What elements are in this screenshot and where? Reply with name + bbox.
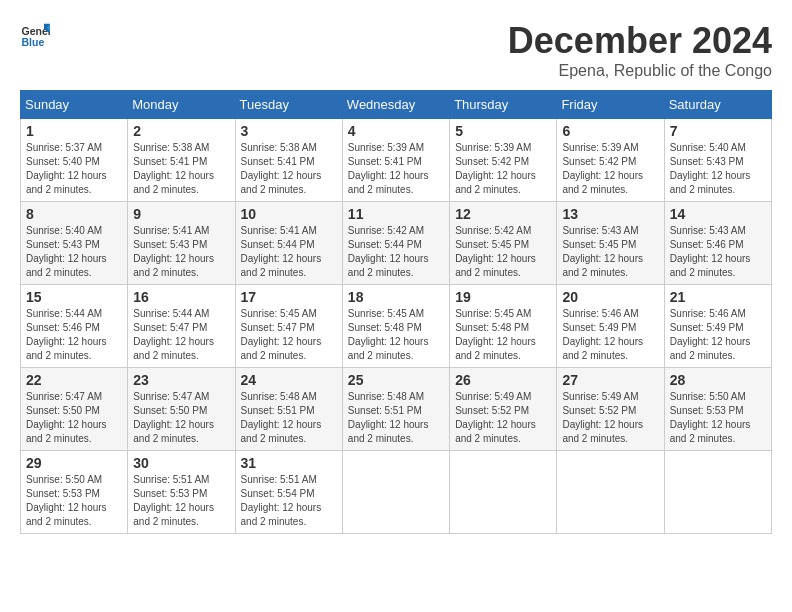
- header-day-monday: Monday: [128, 91, 235, 119]
- day-info: Sunrise: 5:50 AM Sunset: 5:53 PM Dayligh…: [670, 390, 766, 446]
- calendar-cell: 1 Sunrise: 5:37 AM Sunset: 5:40 PM Dayli…: [21, 119, 128, 202]
- calendar-cell: 17 Sunrise: 5:45 AM Sunset: 5:47 PM Dayl…: [235, 285, 342, 368]
- week-row-2: 8 Sunrise: 5:40 AM Sunset: 5:43 PM Dayli…: [21, 202, 772, 285]
- day-number: 13: [562, 206, 658, 222]
- day-number: 20: [562, 289, 658, 305]
- day-number: 25: [348, 372, 444, 388]
- day-number: 4: [348, 123, 444, 139]
- day-number: 7: [670, 123, 766, 139]
- calendar-cell: 19 Sunrise: 5:45 AM Sunset: 5:48 PM Dayl…: [450, 285, 557, 368]
- calendar-cell: 24 Sunrise: 5:48 AM Sunset: 5:51 PM Dayl…: [235, 368, 342, 451]
- day-number: 9: [133, 206, 229, 222]
- header-day-sunday: Sunday: [21, 91, 128, 119]
- calendar-cell: 26 Sunrise: 5:49 AM Sunset: 5:52 PM Dayl…: [450, 368, 557, 451]
- day-info: Sunrise: 5:48 AM Sunset: 5:51 PM Dayligh…: [241, 390, 337, 446]
- calendar-body: 1 Sunrise: 5:37 AM Sunset: 5:40 PM Dayli…: [21, 119, 772, 534]
- calendar-cell: 16 Sunrise: 5:44 AM Sunset: 5:47 PM Dayl…: [128, 285, 235, 368]
- day-number: 11: [348, 206, 444, 222]
- day-info: Sunrise: 5:43 AM Sunset: 5:45 PM Dayligh…: [562, 224, 658, 280]
- header-day-thursday: Thursday: [450, 91, 557, 119]
- day-number: 14: [670, 206, 766, 222]
- day-info: Sunrise: 5:41 AM Sunset: 5:44 PM Dayligh…: [241, 224, 337, 280]
- day-info: Sunrise: 5:42 AM Sunset: 5:45 PM Dayligh…: [455, 224, 551, 280]
- day-number: 29: [26, 455, 122, 471]
- day-number: 6: [562, 123, 658, 139]
- calendar-cell: 6 Sunrise: 5:39 AM Sunset: 5:42 PM Dayli…: [557, 119, 664, 202]
- calendar-cell: [557, 451, 664, 534]
- header: General Blue December 2024 Epena, Republ…: [20, 20, 772, 80]
- day-info: Sunrise: 5:51 AM Sunset: 5:54 PM Dayligh…: [241, 473, 337, 529]
- calendar-header: SundayMondayTuesdayWednesdayThursdayFrid…: [21, 91, 772, 119]
- day-number: 16: [133, 289, 229, 305]
- day-info: Sunrise: 5:44 AM Sunset: 5:46 PM Dayligh…: [26, 307, 122, 363]
- day-info: Sunrise: 5:37 AM Sunset: 5:40 PM Dayligh…: [26, 141, 122, 197]
- day-info: Sunrise: 5:41 AM Sunset: 5:43 PM Dayligh…: [133, 224, 229, 280]
- calendar-cell: 18 Sunrise: 5:45 AM Sunset: 5:48 PM Dayl…: [342, 285, 449, 368]
- week-row-3: 15 Sunrise: 5:44 AM Sunset: 5:46 PM Dayl…: [21, 285, 772, 368]
- day-info: Sunrise: 5:48 AM Sunset: 5:51 PM Dayligh…: [348, 390, 444, 446]
- day-info: Sunrise: 5:47 AM Sunset: 5:50 PM Dayligh…: [26, 390, 122, 446]
- day-info: Sunrise: 5:38 AM Sunset: 5:41 PM Dayligh…: [241, 141, 337, 197]
- day-info: Sunrise: 5:45 AM Sunset: 5:48 PM Dayligh…: [455, 307, 551, 363]
- calendar-cell: 10 Sunrise: 5:41 AM Sunset: 5:44 PM Dayl…: [235, 202, 342, 285]
- day-info: Sunrise: 5:43 AM Sunset: 5:46 PM Dayligh…: [670, 224, 766, 280]
- day-number: 26: [455, 372, 551, 388]
- day-info: Sunrise: 5:46 AM Sunset: 5:49 PM Dayligh…: [670, 307, 766, 363]
- day-info: Sunrise: 5:50 AM Sunset: 5:53 PM Dayligh…: [26, 473, 122, 529]
- day-info: Sunrise: 5:44 AM Sunset: 5:47 PM Dayligh…: [133, 307, 229, 363]
- calendar-cell: 27 Sunrise: 5:49 AM Sunset: 5:52 PM Dayl…: [557, 368, 664, 451]
- day-number: 3: [241, 123, 337, 139]
- day-info: Sunrise: 5:51 AM Sunset: 5:53 PM Dayligh…: [133, 473, 229, 529]
- calendar-table: SundayMondayTuesdayWednesdayThursdayFrid…: [20, 90, 772, 534]
- day-number: 17: [241, 289, 337, 305]
- month-title: December 2024: [508, 20, 772, 62]
- day-info: Sunrise: 5:49 AM Sunset: 5:52 PM Dayligh…: [562, 390, 658, 446]
- calendar-cell: 9 Sunrise: 5:41 AM Sunset: 5:43 PM Dayli…: [128, 202, 235, 285]
- day-number: 23: [133, 372, 229, 388]
- logo-icon: General Blue: [20, 20, 50, 50]
- calendar-cell: 25 Sunrise: 5:48 AM Sunset: 5:51 PM Dayl…: [342, 368, 449, 451]
- day-number: 21: [670, 289, 766, 305]
- calendar-cell: 30 Sunrise: 5:51 AM Sunset: 5:53 PM Dayl…: [128, 451, 235, 534]
- day-info: Sunrise: 5:46 AM Sunset: 5:49 PM Dayligh…: [562, 307, 658, 363]
- day-info: Sunrise: 5:47 AM Sunset: 5:50 PM Dayligh…: [133, 390, 229, 446]
- calendar-cell: [450, 451, 557, 534]
- day-info: Sunrise: 5:39 AM Sunset: 5:42 PM Dayligh…: [455, 141, 551, 197]
- calendar-cell: 13 Sunrise: 5:43 AM Sunset: 5:45 PM Dayl…: [557, 202, 664, 285]
- day-info: Sunrise: 5:39 AM Sunset: 5:42 PM Dayligh…: [562, 141, 658, 197]
- day-info: Sunrise: 5:45 AM Sunset: 5:48 PM Dayligh…: [348, 307, 444, 363]
- location-title: Epena, Republic of the Congo: [508, 62, 772, 80]
- day-number: 31: [241, 455, 337, 471]
- header-day-tuesday: Tuesday: [235, 91, 342, 119]
- day-number: 5: [455, 123, 551, 139]
- calendar-cell: 20 Sunrise: 5:46 AM Sunset: 5:49 PM Dayl…: [557, 285, 664, 368]
- day-info: Sunrise: 5:38 AM Sunset: 5:41 PM Dayligh…: [133, 141, 229, 197]
- title-area: December 2024 Epena, Republic of the Con…: [508, 20, 772, 80]
- week-row-1: 1 Sunrise: 5:37 AM Sunset: 5:40 PM Dayli…: [21, 119, 772, 202]
- calendar-cell: 15 Sunrise: 5:44 AM Sunset: 5:46 PM Dayl…: [21, 285, 128, 368]
- calendar-cell: 31 Sunrise: 5:51 AM Sunset: 5:54 PM Dayl…: [235, 451, 342, 534]
- day-number: 27: [562, 372, 658, 388]
- calendar-cell: 8 Sunrise: 5:40 AM Sunset: 5:43 PM Dayli…: [21, 202, 128, 285]
- calendar-cell: 12 Sunrise: 5:42 AM Sunset: 5:45 PM Dayl…: [450, 202, 557, 285]
- calendar-cell: 2 Sunrise: 5:38 AM Sunset: 5:41 PM Dayli…: [128, 119, 235, 202]
- week-row-5: 29 Sunrise: 5:50 AM Sunset: 5:53 PM Dayl…: [21, 451, 772, 534]
- calendar-cell: 5 Sunrise: 5:39 AM Sunset: 5:42 PM Dayli…: [450, 119, 557, 202]
- calendar-cell: 28 Sunrise: 5:50 AM Sunset: 5:53 PM Dayl…: [664, 368, 771, 451]
- calendar-cell: 7 Sunrise: 5:40 AM Sunset: 5:43 PM Dayli…: [664, 119, 771, 202]
- calendar-cell: 4 Sunrise: 5:39 AM Sunset: 5:41 PM Dayli…: [342, 119, 449, 202]
- calendar-cell: 11 Sunrise: 5:42 AM Sunset: 5:44 PM Dayl…: [342, 202, 449, 285]
- calendar-cell: 14 Sunrise: 5:43 AM Sunset: 5:46 PM Dayl…: [664, 202, 771, 285]
- day-info: Sunrise: 5:40 AM Sunset: 5:43 PM Dayligh…: [670, 141, 766, 197]
- day-number: 2: [133, 123, 229, 139]
- svg-text:Blue: Blue: [22, 36, 45, 48]
- header-day-wednesday: Wednesday: [342, 91, 449, 119]
- day-number: 30: [133, 455, 229, 471]
- header-day-saturday: Saturday: [664, 91, 771, 119]
- day-number: 15: [26, 289, 122, 305]
- day-info: Sunrise: 5:40 AM Sunset: 5:43 PM Dayligh…: [26, 224, 122, 280]
- calendar-cell: 23 Sunrise: 5:47 AM Sunset: 5:50 PM Dayl…: [128, 368, 235, 451]
- day-info: Sunrise: 5:45 AM Sunset: 5:47 PM Dayligh…: [241, 307, 337, 363]
- day-number: 18: [348, 289, 444, 305]
- day-number: 8: [26, 206, 122, 222]
